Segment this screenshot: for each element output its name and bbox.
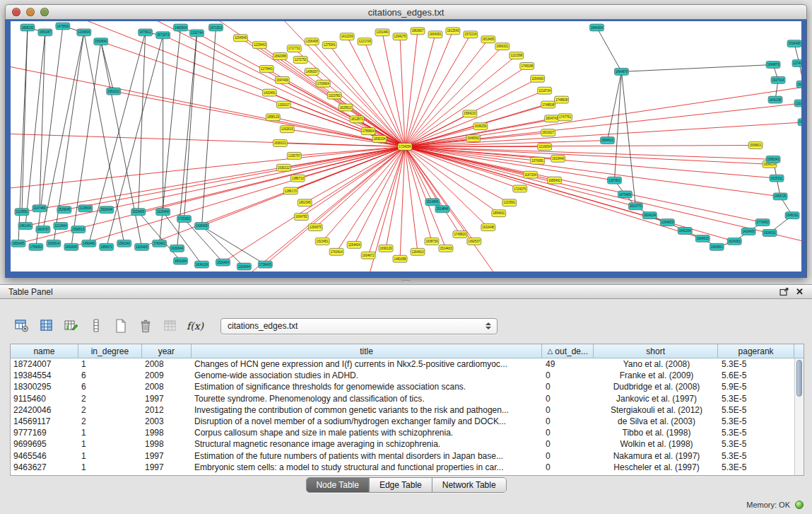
graph-node[interactable]: 1664879 [766, 62, 780, 69]
graph-node[interactable]: 1717711 [287, 45, 301, 52]
graph-node[interactable]: 1677533 [798, 119, 801, 126]
window-titlebar[interactable]: citations_edges.txt [5, 4, 807, 20]
graph-node[interactable]: 1634109 [195, 261, 209, 268]
graph-node[interactable]: 1264053 [660, 219, 674, 226]
graph-node[interactable]: 1664879 [614, 68, 628, 75]
graph-node[interactable]: 1337810 [607, 177, 621, 184]
column-icon[interactable] [87, 317, 105, 335]
table-row[interactable]: 1456911722003Disruption of a novel membe… [11, 416, 804, 427]
graph-node[interactable]: 1595821 [748, 142, 763, 149]
edit-table-icon[interactable] [62, 317, 81, 335]
graph-node[interactable]: 1162615 [280, 126, 294, 133]
graph-node[interactable]: 1205757 [287, 152, 301, 159]
graph-node[interactable]: 1426405 [195, 223, 209, 230]
graph-node[interactable]: 2526405 [131, 209, 146, 216]
graph-node[interactable]: 1956671 [100, 243, 114, 250]
graph-node[interactable]: 1376081 [531, 157, 545, 164]
graph-node[interactable]: 1219734 [538, 87, 552, 94]
graph-node[interactable]: 1842068 [273, 53, 287, 60]
column-header-in-degree[interactable]: in_degree [78, 344, 142, 358]
graph-node[interactable]: 1763414 [329, 248, 343, 255]
graph-node[interactable]: 1126404 [156, 209, 170, 216]
graph-node[interactable]: 1747751 [558, 114, 572, 121]
graph-node[interactable]: 1601627 [541, 129, 555, 136]
graph-node[interactable]: 1664091 [428, 31, 442, 38]
table-row[interactable]: 911546021997Tourette syndrome. Phenomeno… [11, 393, 804, 404]
graph-node[interactable]: 1571673 [156, 32, 170, 39]
graph-node[interactable]: 1630644 [170, 245, 184, 252]
float-panel-icon[interactable] [779, 288, 789, 296]
graph-node[interactable]: 1745038 [520, 63, 534, 70]
graph-node[interactable]: 1924501 [710, 243, 724, 250]
column-header-name[interactable]: name [11, 344, 78, 358]
graph-node[interactable]: 1436037 [305, 68, 319, 75]
graph-node[interactable]: 1641204 [678, 228, 692, 235]
delete-icon[interactable] [136, 317, 155, 335]
graph-node[interactable]: 1392537 [467, 238, 481, 245]
graph-node[interactable]: 1760402 [153, 240, 167, 247]
graph-node[interactable]: 1221709 [358, 38, 372, 45]
graph-node[interactable]: 1514403 [439, 245, 453, 252]
graph-node[interactable]: 1671003 [208, 24, 223, 31]
column-header-pagerank[interactable]: pagerank [718, 344, 794, 358]
network-table-selector[interactable]: citations_edges.txt [220, 318, 498, 334]
graph-node[interactable]: 1844304 [590, 24, 604, 31]
graph-node[interactable]: 1151440 [375, 29, 389, 36]
graph-node[interactable]: 2147483 [33, 205, 47, 212]
graph-node[interactable]: 1681087 [38, 29, 52, 36]
graph-node[interactable]: 2526094 [100, 206, 114, 214]
graph-node[interactable]: 1323782 [327, 92, 341, 99]
graph-node[interactable]: 1830405 [11, 240, 25, 247]
graph-node[interactable]: 1123581 [15, 209, 29, 216]
graph-node[interactable]: 1526404 [216, 259, 230, 266]
graph-node[interactable]: 1293675 [308, 224, 322, 231]
new-document-icon[interactable] [112, 317, 130, 335]
graph-node[interactable]: 1604513 [695, 235, 710, 242]
graph-node[interactable]: 1420491 [262, 89, 276, 96]
graph-node[interactable]: 1830204 [372, 136, 387, 143]
graph-node[interactable]: 1625311 [770, 175, 784, 182]
graph-node[interactable]: 1523451 [315, 238, 329, 245]
graph-node[interactable]: 1830021 [273, 140, 287, 147]
graph-node[interactable]: 1646562 [466, 135, 481, 142]
table-row[interactable]: 946362711997Embryonic stem cells: a mode… [11, 462, 804, 473]
graph-node[interactable]: 1221598 [510, 52, 524, 59]
graph-node[interactable]: 1516405 [787, 40, 801, 47]
graph-node[interactable]: 1645331 [785, 212, 799, 219]
graph-node[interactable]: 1416405 [741, 228, 755, 235]
graph-node[interactable]: 1725352 [177, 216, 192, 223]
graph-node[interactable]: 1724054 [398, 144, 412, 151]
graph-node[interactable]: 1675409 [618, 191, 632, 198]
table-row[interactable]: 1938455462009Genome-wide association stu… [11, 370, 804, 381]
table-row[interactable]: 1830029562008Estimation of significance … [11, 381, 804, 392]
zoom-window-icon[interactable] [40, 8, 49, 16]
graph-node[interactable]: 1275541 [322, 42, 336, 49]
graph-node[interactable]: 1461441 [18, 223, 33, 230]
graph-node[interactable]: 1604134 [642, 212, 657, 219]
tab-edge-table[interactable]: Edge Table [369, 478, 432, 492]
import-table-disabled-icon[interactable] [161, 317, 180, 335]
graph-node[interactable]: 1272752 [293, 57, 307, 64]
table-row[interactable]: 1872400712008Changes of HCN gene express… [11, 358, 804, 370]
graph-node[interactable]: 1264610 [411, 248, 425, 255]
graph-node[interactable]: 1212404 [54, 223, 68, 230]
graph-node[interactable]: 1748508 [555, 96, 569, 103]
graph-node[interactable]: 1696321 [495, 43, 510, 50]
graph-node[interactable]: 1326405 [135, 243, 149, 250]
graph-node[interactable]: 1813405 [481, 36, 495, 43]
graph-node[interactable]: 1770453 [755, 219, 770, 226]
graph-node[interactable]: 1450490 [82, 240, 96, 247]
table-settings-icon[interactable] [13, 317, 31, 335]
column-header-short[interactable]: short [594, 344, 718, 358]
graph-node[interactable]: 1481658 [393, 255, 407, 262]
show-columns-icon[interactable] [37, 317, 56, 335]
graph-node[interactable]: 1204604 [77, 29, 91, 36]
function-builder-icon[interactable]: f(x) [186, 317, 204, 335]
graph-node[interactable]: 1604743 [545, 115, 559, 122]
graph-node[interactable]: 1320017 [276, 101, 290, 108]
vertical-scrollbar[interactable] [794, 358, 804, 475]
minimize-window-icon[interactable] [26, 8, 35, 16]
graph-node[interactable]: 1204275 [393, 33, 407, 40]
graph-node[interactable]: 1638739 [425, 238, 439, 245]
graph-node[interactable]: 1225443 [252, 42, 266, 49]
